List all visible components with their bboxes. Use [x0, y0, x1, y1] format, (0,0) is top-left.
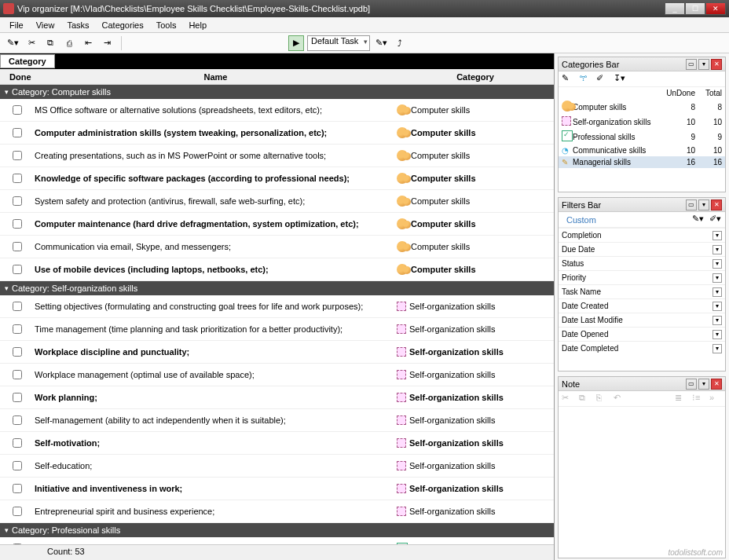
group-professional[interactable]: ▾Category: Professional skills: [0, 523, 554, 537]
filter-priority[interactable]: Priority▾: [559, 270, 725, 284]
done-checkbox[interactable]: [13, 196, 22, 206]
panel-pin-icon[interactable]: ▾: [698, 199, 709, 210]
task-row[interactable]: Computer administration skills (system t…: [0, 122, 554, 145]
task-row[interactable]: Workplace discipline and punctuality;Sel…: [0, 341, 554, 364]
task-row[interactable]: Self-education;Self-organization skills: [0, 455, 554, 478]
task-row[interactable]: Computer maintenance (hard drive defragm…: [0, 213, 554, 236]
done-checkbox[interactable]: [13, 128, 22, 137]
filter-edit-icon[interactable]: ✎▾: [692, 214, 705, 226]
cat-row-prof[interactable]: Professional skills99: [559, 129, 725, 145]
done-checkbox[interactable]: [13, 242, 22, 251]
task-list[interactable]: ▾Category: Computer skills MS Office sof…: [0, 85, 554, 544]
maximize-button[interactable]: ☐: [685, 2, 705, 15]
group-computer-skills[interactable]: ▾Category: Computer skills: [0, 85, 554, 99]
task-row[interactable]: Entrepreneurial spirit and business expe…: [0, 500, 554, 523]
menu-view[interactable]: View: [30, 19, 61, 31]
task-row[interactable]: Time management (time planning and task …: [0, 318, 554, 341]
task-row[interactable]: System safety and protection (antivirus,…: [0, 190, 554, 213]
chevron-down-icon[interactable]: ▾: [713, 302, 722, 311]
done-checkbox[interactable]: [13, 265, 22, 274]
cat-row-comm[interactable]: ◔Communicative skills1010: [559, 145, 725, 156]
note-list-icon[interactable]: ≣: [675, 393, 687, 405]
panel-close-icon[interactable]: ✕: [711, 199, 722, 210]
note-more-icon[interactable]: »: [709, 393, 722, 405]
close-button[interactable]: ✕: [705, 2, 726, 15]
col-name[interactable]: Name: [35, 72, 397, 82]
col-category[interactable]: Category: [397, 72, 554, 82]
task-row[interactable]: Knowledge of specific software packages …: [0, 167, 554, 190]
filter-status[interactable]: Status▾: [559, 256, 725, 270]
chevron-down-icon[interactable]: ▾: [713, 245, 722, 254]
panel-close-icon[interactable]: ✕: [711, 379, 722, 390]
tool-cut-icon[interactable]: ✂: [24, 35, 39, 51]
chevron-down-icon[interactable]: ▾: [713, 316, 722, 325]
note-copy-icon[interactable]: ⧉: [579, 393, 592, 405]
note-paste-icon[interactable]: ⎘: [596, 393, 609, 405]
task-row[interactable]: Workplace management (optimal use of ava…: [0, 364, 554, 386]
menu-help[interactable]: Help: [182, 19, 213, 31]
note-editor[interactable]: [559, 407, 725, 558]
minimize-button[interactable]: _: [665, 2, 685, 15]
task-row[interactable]: Self-management (ability to act independ…: [0, 409, 554, 432]
filter-date-modified[interactable]: Date Last Modifie▾: [559, 313, 725, 327]
tool-category-icon[interactable]: ▶: [288, 35, 304, 51]
note-bullets-icon[interactable]: ⁝≡: [692, 393, 705, 405]
cat-edit-icon[interactable]: ✐: [596, 73, 609, 86]
tab-category[interactable]: Category: [0, 54, 55, 68]
chevron-down-icon[interactable]: ▾: [713, 259, 722, 269]
filter-date-completed[interactable]: Date Completed▾: [559, 341, 725, 355]
done-checkbox[interactable]: [13, 151, 22, 160]
done-checkbox[interactable]: [13, 219, 22, 229]
filter-clear-icon[interactable]: ✐▾: [709, 214, 722, 226]
panel-dock-icon[interactable]: ▭: [686, 199, 697, 210]
cat-row-computer[interactable]: Computer skills88: [559, 99, 725, 115]
menu-file[interactable]: File: [3, 19, 30, 31]
panel-close-icon[interactable]: ✕: [711, 59, 722, 70]
menu-categories[interactable]: Categories: [96, 19, 150, 31]
done-checkbox[interactable]: [13, 484, 22, 493]
cat-new-icon[interactable]: ✎: [562, 73, 574, 86]
cat-filter-icon[interactable]: 🝖: [579, 73, 592, 86]
tool-run-icon[interactable]: ✎▾: [373, 35, 389, 51]
filter-date-created[interactable]: Date Created▾: [559, 298, 725, 313]
tool-indent-icon[interactable]: ⇥: [99, 35, 115, 51]
note-undo-icon[interactable]: ↶: [614, 393, 626, 405]
menu-tools[interactable]: Tools: [150, 19, 183, 31]
filter-completion[interactable]: Completion▾: [559, 228, 725, 242]
panel-dock-icon[interactable]: ▭: [686, 59, 697, 70]
task-row[interactable]: Initiative and inventiveness in work;Sel…: [0, 478, 554, 500]
note-cut-icon[interactable]: ✂: [562, 393, 574, 405]
filter-due-date[interactable]: Due Date▾: [559, 242, 725, 256]
group-self-organization[interactable]: ▾Category: Self-organization skills: [0, 281, 554, 295]
task-row[interactable]: Creating presentations, such as in MS Po…: [0, 145, 554, 167]
cat-sort-icon[interactable]: ↧▾: [614, 73, 626, 86]
panel-pin-icon[interactable]: ▾: [698, 379, 709, 390]
done-checkbox[interactable]: [13, 393, 22, 402]
tool-paste-icon[interactable]: ⎙: [61, 35, 77, 51]
chevron-down-icon[interactable]: ▾: [713, 287, 722, 297]
menu-tasks[interactable]: Tasks: [60, 19, 95, 31]
done-checkbox[interactable]: [13, 370, 22, 379]
done-checkbox[interactable]: [13, 174, 22, 183]
done-checkbox[interactable]: [13, 347, 22, 357]
tool-outdent-icon[interactable]: ⇤: [80, 35, 96, 51]
done-checkbox[interactable]: [13, 105, 22, 115]
chevron-down-icon[interactable]: ▾: [713, 273, 722, 283]
task-row[interactable]: Use of mobile devices (including laptops…: [0, 258, 554, 281]
done-checkbox[interactable]: [13, 324, 22, 334]
done-checkbox[interactable]: [13, 415, 22, 425]
filter-custom-link[interactable]: Custom: [562, 213, 601, 227]
task-row[interactable]: Major skills necessary to execute specif…: [0, 537, 554, 544]
tool-copy-icon[interactable]: ⧉: [42, 35, 58, 51]
tool-new-icon[interactable]: ✎▾: [5, 35, 20, 51]
task-row[interactable]: Self-motivation;Self-organization skills: [0, 432, 554, 455]
col-done[interactable]: Done: [0, 72, 35, 82]
panel-dock-icon[interactable]: ▭: [686, 379, 697, 390]
chevron-down-icon[interactable]: ▾: [713, 231, 722, 240]
done-checkbox[interactable]: [13, 302, 22, 311]
done-checkbox[interactable]: [13, 507, 22, 516]
task-row[interactable]: Communication via email, Skype, and mess…: [0, 236, 554, 258]
cat-row-self[interactable]: Self-organization skills1010: [559, 115, 725, 129]
tool-export-icon[interactable]: ⤴: [392, 35, 408, 51]
chevron-down-icon[interactable]: ▾: [713, 344, 722, 353]
